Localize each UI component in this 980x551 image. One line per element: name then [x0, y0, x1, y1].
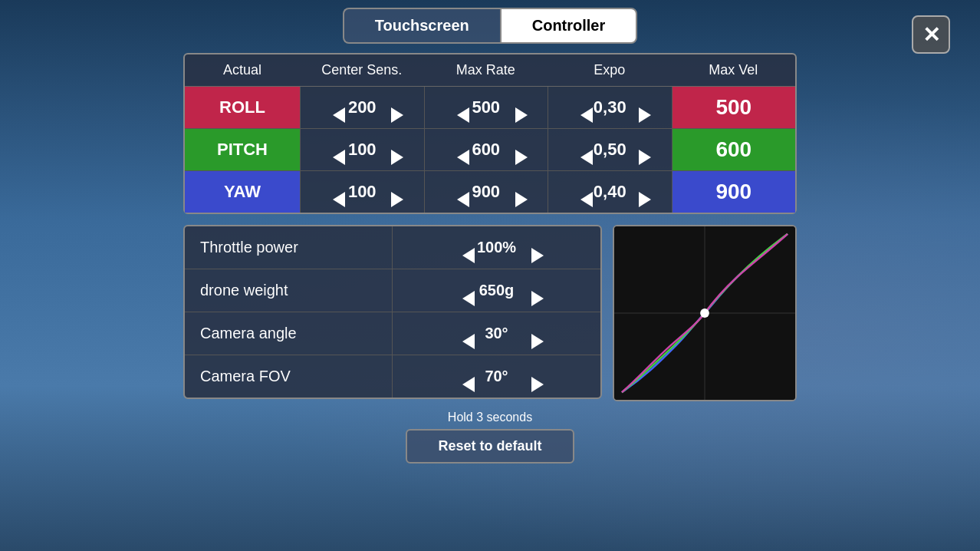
yaw-maxvel-value: 900 — [673, 171, 796, 213]
pitch-maxrate-stepper: 600 — [424, 129, 548, 170]
settings-table: Throttle power 100% drone weight 650g Ca — [183, 225, 602, 399]
reset-button[interactable]: Reset to default — [406, 429, 574, 464]
header-center-sens: Center Sens. — [300, 62, 424, 78]
yaw-maxvel-cell: 900 — [672, 171, 796, 213]
pitch-expo-stepper: 0,50 — [548, 129, 672, 170]
pitch-actual-value: 100 — [339, 140, 385, 160]
yaw-maxrate-value: 900 — [463, 182, 509, 202]
roll-maxvel-cell: 500 — [672, 87, 796, 128]
settings-row-camera-fov: Camera FOV 70° — [185, 355, 600, 398]
throttle-label: Throttle power — [185, 226, 393, 269]
close-button[interactable]: ✕ — [912, 15, 950, 54]
expo-chart — [613, 225, 797, 401]
expo-chart-svg — [614, 226, 795, 400]
settings-row-weight: drone weight 650g — [185, 269, 600, 312]
hold-text: Hold 3 seconds — [183, 411, 797, 424]
header-actual: Actual — [185, 62, 300, 78]
table-row: YAW 100 900 0,40 900 — [185, 171, 795, 213]
camera-angle-value: 30° — [470, 325, 524, 342]
pitch-maxvel-cell: 600 — [672, 129, 796, 170]
weight-stepper: 650g — [393, 269, 600, 312]
camera-fov-value: 70° — [470, 368, 524, 385]
camera-angle-label: Camera angle — [185, 312, 393, 355]
yaw-expo-stepper: 0,40 — [548, 171, 672, 213]
table-row: PITCH 100 600 0,50 600 — [185, 129, 795, 171]
tab-controller[interactable]: Controller — [500, 8, 638, 44]
yaw-actual-stepper: 100 — [300, 171, 424, 213]
roll-label: ROLL — [185, 87, 300, 128]
header-max-vel: Max Vel — [672, 62, 796, 78]
weight-label: drone weight — [185, 269, 393, 312]
camera-angle-stepper: 30° — [393, 312, 600, 355]
roll-actual-value: 200 — [339, 97, 385, 117]
settings-row-camera-angle: Camera angle 30° — [185, 312, 600, 355]
pitch-actual-stepper: 100 — [300, 129, 424, 170]
svg-point-3 — [700, 308, 709, 318]
pitch-maxrate-value: 600 — [463, 140, 509, 160]
yaw-label: YAW — [185, 171, 300, 213]
header-max-rate: Max Rate — [424, 62, 548, 78]
yaw-expo-value: 0,40 — [587, 182, 633, 202]
pitch-maxvel-value: 600 — [673, 129, 796, 170]
pitch-expo-value: 0,50 — [587, 140, 633, 160]
settings-row-throttle: Throttle power 100% — [185, 226, 600, 269]
main-table: Actual Center Sens. Max Rate Expo Max Ve… — [183, 53, 797, 214]
roll-maxrate-value: 500 — [463, 97, 509, 117]
modal-container: ✕ Touchscreen Controller Actual Center S… — [183, 8, 797, 464]
footer: Hold 3 seconds Reset to default — [183, 411, 797, 464]
pitch-label: PITCH — [185, 129, 300, 170]
roll-maxvel-value: 500 — [673, 87, 796, 128]
weight-value: 650g — [470, 282, 524, 299]
table-header: Actual Center Sens. Max Rate Expo Max Ve… — [185, 54, 795, 87]
tab-touchscreen[interactable]: Touchscreen — [343, 8, 500, 44]
tab-bar: Touchscreen Controller — [183, 8, 797, 44]
camera-fov-stepper: 70° — [393, 355, 600, 398]
table-row: ROLL 200 500 0,30 500 — [185, 87, 795, 129]
header-expo: Expo — [548, 62, 672, 78]
yaw-actual-value: 100 — [339, 182, 385, 202]
yaw-maxrate-stepper: 900 — [424, 171, 548, 213]
roll-maxrate-stepper: 500 — [424, 87, 548, 128]
roll-actual-stepper: 200 — [300, 87, 424, 128]
throttle-stepper: 100% — [393, 226, 600, 269]
throttle-value: 100% — [470, 239, 524, 256]
bottom-section: Throttle power 100% drone weight 650g Ca — [183, 225, 797, 401]
camera-fov-label: Camera FOV — [185, 355, 393, 398]
roll-expo-stepper: 0,30 — [548, 87, 672, 128]
roll-expo-value: 0,30 — [587, 97, 633, 117]
